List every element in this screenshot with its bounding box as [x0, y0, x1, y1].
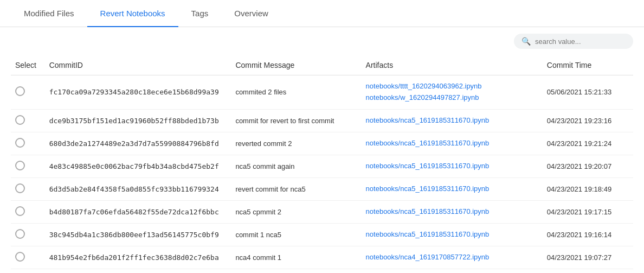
- tab-modified-files[interactable]: Modified Files: [11, 0, 87, 27]
- artifact-link[interactable]: notebooks/nca5_1619185311670.ipynb: [366, 206, 538, 218]
- table-row: dce9b3175bf151ed1ac91960b52ff88bded1b73b…: [11, 109, 633, 132]
- cell-artifacts-0: notebooks/tttt_1620294063962.ipynbnotebo…: [362, 75, 543, 110]
- cell-select-7: [11, 246, 45, 269]
- cell-artifacts-3: notebooks/nca5_1619185311670.ipynb: [362, 155, 543, 177]
- cell-time-7: 04/23/2021 19:07:27: [543, 246, 633, 269]
- cell-message-7: nca4 commit 1: [231, 246, 361, 269]
- table-header-row: Select CommitID Commit Message Artifacts…: [11, 55, 633, 75]
- cell-artifacts-1: notebooks/nca5_1619185311670.ipynb: [362, 109, 543, 132]
- table-row: 4e83c49885e0c0062bac79fb4b34a8cbd475eb2f…: [11, 155, 633, 177]
- table-row: 80291cd88709826011a0e00c82d8688c3e84bf64…: [11, 269, 633, 273]
- radio-button-6[interactable]: [15, 229, 25, 239]
- cell-artifacts-4: notebooks/nca5_1619185311670.ipynb: [362, 177, 543, 200]
- cell-artifacts-6: notebooks/nca5_1619185311670.ipynb: [362, 223, 543, 246]
- cell-message-6: commit 1 nca5: [231, 223, 361, 246]
- artifact-link[interactable]: notebooks/nca5_1619185311670.ipynb: [366, 138, 538, 149]
- cell-time-2: 04/23/2021 19:21:24: [543, 132, 633, 155]
- cell-select-8: [11, 269, 45, 273]
- radio-button-1[interactable]: [15, 115, 25, 125]
- col-header-time: Commit Time: [543, 55, 633, 75]
- artifact-link[interactable]: notebooks/tttt_1620294063962.ipynb: [366, 81, 538, 92]
- toolbar: 🔍: [0, 27, 644, 55]
- search-input[interactable]: [535, 37, 626, 46]
- cell-commitid-3: 4e83c49885e0c0062bac79fb4b34a8cbd475eb2f: [45, 155, 231, 177]
- cell-select-4: [11, 177, 45, 200]
- col-header-commitid: CommitID: [45, 55, 231, 75]
- cell-select-3: [11, 155, 45, 177]
- table-row: 481b954e2fb6da201f2ff1fec3638d8d02c7e6ba…: [11, 246, 633, 269]
- cell-time-0: 05/06/2021 15:21:33: [543, 75, 633, 110]
- commits-table: Select CommitID Commit Message Artifacts…: [11, 55, 633, 273]
- cell-message-2: reverted commit 2: [231, 132, 361, 155]
- cell-select-2: [11, 132, 45, 155]
- col-header-select: Select: [11, 55, 45, 75]
- cell-commitid-6: 38c945db4a1c386db800eef13ad56145775c0bf9: [45, 223, 231, 246]
- table-row: fc170ca09a7293345a280c18ece6e15b68d99a39…: [11, 75, 633, 110]
- cell-commitid-7: 481b954e2fb6da201f2ff1fec3638d8d02c7e6ba: [45, 246, 231, 269]
- cell-select-1: [11, 109, 45, 132]
- cell-artifacts-7: notebooks/nca4_1619170857722.ipynb: [362, 246, 543, 269]
- cell-commitid-8: 80291cd88709826011a0e00c82d8688c3e84bf64: [45, 269, 231, 273]
- artifact-link[interactable]: notebooks/nca5_1619185311670.ipynb: [366, 115, 538, 126]
- cell-time-3: 04/23/2021 19:20:07: [543, 155, 633, 177]
- cell-artifacts-5: notebooks/nca5_1619185311670.ipynb: [362, 200, 543, 223]
- cell-select-6: [11, 223, 45, 246]
- cell-message-3: nca5 commit again: [231, 155, 361, 177]
- cell-message-5: nca5 cpmmit 2: [231, 200, 361, 223]
- cell-time-5: 04/23/2021 19:17:15: [543, 200, 633, 223]
- cell-message-1: commit for revert to first commit: [231, 109, 361, 132]
- cell-time-8: 04/23/2021 17:53:36: [543, 269, 633, 273]
- table-row: 680d3de2a1274489e2a3d7d7a55990884796b8fd…: [11, 132, 633, 155]
- search-box: 🔍: [514, 34, 633, 49]
- cell-message-0: commited 2 files: [231, 75, 361, 110]
- radio-button-3[interactable]: [15, 161, 25, 170]
- artifact-link[interactable]: notebooks/w_1620294497827.ipynb: [366, 92, 538, 104]
- cell-time-6: 04/23/2021 19:16:14: [543, 223, 633, 246]
- radio-button-0[interactable]: [15, 86, 25, 96]
- artifact-link[interactable]: notebooks/nca5_1619185311670.ipynb: [366, 161, 538, 172]
- cell-time-4: 04/23/2021 19:18:49: [543, 177, 633, 200]
- tab-tags[interactable]: Tags: [178, 0, 222, 27]
- cell-artifacts-2: notebooks/nca5_1619185311670.ipynb: [362, 132, 543, 155]
- artifact-link[interactable]: notebooks/nca5_1619185311670.ipynb: [366, 183, 538, 195]
- cell-commitid-0: fc170ca09a7293345a280c18ece6e15b68d99a39: [45, 75, 231, 110]
- artifact-link[interactable]: notebooks/nca5_1619185311670.ipynb: [366, 229, 538, 240]
- table-row: b4d80187fa7c06efda56482f55de72dca12f6bbc…: [11, 200, 633, 223]
- col-header-message: Commit Message: [231, 55, 361, 75]
- cell-commitid-5: b4d80187fa7c06efda56482f55de72dca12f6bbc: [45, 200, 231, 223]
- cell-message-4: revert commit for nca5: [231, 177, 361, 200]
- table-body: fc170ca09a7293345a280c18ece6e15b68d99a39…: [11, 75, 633, 274]
- cell-message-8: commiting ncp2: [231, 269, 361, 273]
- search-icon: 🔍: [521, 37, 531, 46]
- radio-button-5[interactable]: [15, 206, 25, 216]
- radio-button-4[interactable]: [15, 183, 25, 193]
- cell-select-0: [11, 75, 45, 110]
- col-header-artifacts: Artifacts: [362, 55, 543, 75]
- artifact-link[interactable]: notebooks/nca4_1619170857722.ipynb: [366, 252, 538, 263]
- tab-revert-notebooks[interactable]: Revert Notebooks: [87, 0, 178, 27]
- table-wrapper: Select CommitID Commit Message Artifacts…: [0, 55, 644, 273]
- cell-commitid-4: 6d3d5ab2e84f4358f5a0d855fc933bb116799324: [45, 177, 231, 200]
- cell-commitid-1: dce9b3175bf151ed1ac91960b52ff88bded1b73b: [45, 109, 231, 132]
- tab-overview[interactable]: Overview: [221, 0, 281, 27]
- table-row: 6d3d5ab2e84f4358f5a0d855fc933bb116799324…: [11, 177, 633, 200]
- radio-button-2[interactable]: [15, 138, 25, 148]
- tab-bar: Modified FilesRevert NotebooksTagsOvervi…: [0, 0, 644, 27]
- table-row: 38c945db4a1c386db800eef13ad56145775c0bf9…: [11, 223, 633, 246]
- radio-button-7[interactable]: [15, 252, 25, 262]
- cell-artifacts-8: notebooks/ncp2_1619172323036.ipynb: [362, 269, 543, 273]
- cell-time-1: 04/23/2021 19:23:16: [543, 109, 633, 132]
- cell-commitid-2: 680d3de2a1274489e2a3d7d7a55990884796b8fd: [45, 132, 231, 155]
- cell-select-5: [11, 200, 45, 223]
